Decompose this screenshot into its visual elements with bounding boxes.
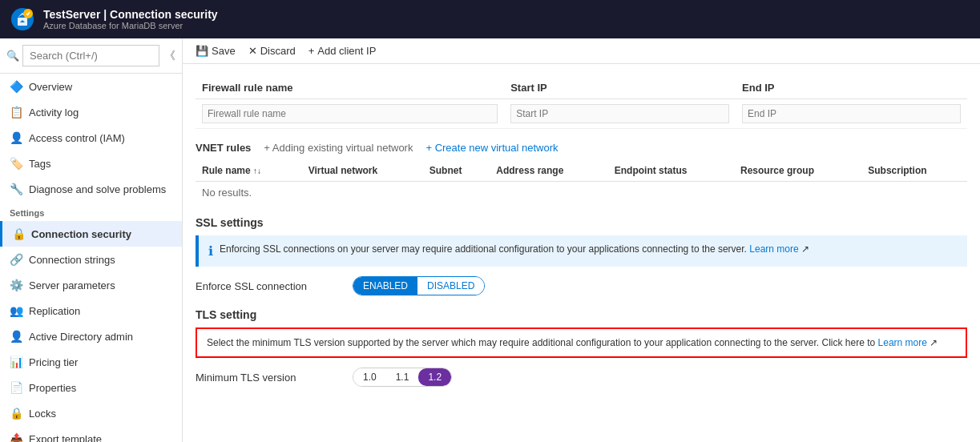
sidebar-item-label: Replication [29, 305, 80, 317]
tls-version-label: Minimum TLS version [196, 372, 340, 384]
no-results-text: No results. [202, 183, 252, 202]
rule-name-input[interactable] [202, 104, 498, 123]
add-existing-vnet-link[interactable]: + Adding existing virtual network [264, 142, 413, 154]
vnet-col-resource-group: Resource group [734, 160, 861, 182]
info-icon: ℹ [208, 243, 213, 259]
tls-info-box: Select the minimum TLS version supported… [196, 327, 967, 358]
ssl-section-title: SSL settings [196, 216, 967, 229]
vnet-col-endpoint-status: Endpoint status [608, 160, 734, 182]
sidebar-item-label: Export template [29, 433, 102, 443]
sidebar-item-label: Properties [29, 382, 76, 394]
sidebar-item-label: Connection strings [29, 254, 115, 266]
col-rule-name: Firewall rule name [196, 77, 504, 99]
sidebar-item-label: Locks [29, 408, 56, 420]
sidebar-item-tags[interactable]: 🏷️ Tags [0, 151, 182, 176]
pricing-tier-icon: 📊 [10, 356, 22, 368]
col-start-ip: Start IP [504, 77, 736, 99]
sidebar-item-replication[interactable]: 👥 Replication [0, 298, 182, 323]
collapse-sidebar-button[interactable]: 《 [164, 49, 175, 63]
overview-icon: 🔷 [10, 80, 22, 93]
top-bar: TestServer | Connection security Azure D… [0, 0, 980, 38]
sidebar-item-label: Overview [29, 81, 72, 93]
tls-info-text: Select the minimum TLS version supported… [207, 337, 875, 348]
add-client-ip-button[interactable]: + Add client IP [309, 45, 377, 57]
sidebar-item-diagnose[interactable]: 🔧 Diagnose and solve problems [0, 176, 182, 202]
sidebar-item-label: Activity log [29, 106, 79, 119]
firewall-rules-table: Firewall rule name Start IP End IP [196, 77, 967, 129]
sidebar: 🔍 《 🔷 Overview 📋 Activity log 👤 Access c… [0, 38, 183, 442]
vnet-col-rule-name: Rule name ↑↓ [196, 160, 302, 182]
sidebar-item-label: Access control (IAM) [29, 132, 125, 144]
top-bar-title-block: TestServer | Connection security Azure D… [43, 8, 218, 30]
server-parameters-icon: ⚙️ [10, 279, 22, 291]
app-icon [10, 6, 35, 32]
sidebar-item-connection-security[interactable]: 🔒 Connection security [0, 221, 182, 247]
ssl-info-text: Enforcing SSL connections on your server… [220, 243, 809, 255]
sidebar-item-label: Active Directory admin [29, 331, 133, 343]
vnet-col-virtual-network: Virtual network [302, 160, 423, 182]
sidebar-item-properties[interactable]: 📄 Properties [0, 375, 182, 400]
sidebar-item-activity-log[interactable]: 📋 Activity log [0, 99, 182, 125]
ssl-learn-more-link[interactable]: Learn more [749, 243, 798, 255]
sidebar-item-overview[interactable]: 🔷 Overview [0, 74, 182, 99]
connection-strings-icon: 🔗 [10, 253, 22, 266]
discard-button[interactable]: ✕ Discard [248, 45, 296, 57]
vnet-no-results-row: No results. [196, 182, 967, 204]
sidebar-item-locks[interactable]: 🔒 Locks [0, 400, 182, 426]
vnet-col-subnet: Subnet [423, 160, 490, 182]
add-icon: + [309, 45, 315, 57]
firewall-rule-row [196, 99, 967, 129]
export-template-icon: 📤 [10, 432, 22, 442]
sidebar-item-access-control[interactable]: 👤 Access control (IAM) [0, 125, 182, 151]
active-directory-icon: 👤 [10, 330, 22, 343]
search-input[interactable] [22, 45, 159, 66]
start-ip-input[interactable] [510, 104, 729, 123]
tls-section-title: TLS setting [196, 308, 967, 321]
tls-version-row: Minimum TLS version 1.0 1.1 1.2 [196, 368, 967, 387]
tls-learn-more-link[interactable]: Learn more [878, 337, 927, 348]
ssl-toggle-group: ENABLED DISABLED [353, 276, 485, 295]
sidebar-item-active-directory[interactable]: 👤 Active Directory admin [0, 323, 182, 349]
ssl-info-banner: ℹ Enforcing SSL connections on your serv… [196, 235, 967, 267]
diagnose-icon: 🔧 [10, 183, 22, 195]
access-control-icon: 👤 [10, 131, 22, 144]
vnet-col-subscription: Subscription [861, 160, 967, 182]
page-title: TestServer | Connection security [43, 8, 218, 21]
page-subtitle: Azure Database for MariaDB server [43, 21, 218, 30]
tls-version-1-0-button[interactable]: 1.0 [353, 368, 386, 386]
enforce-ssl-label: Enforce SSL connection [196, 280, 340, 292]
discard-icon: ✕ [248, 45, 257, 57]
tls-version-1-2-button[interactable]: 1.2 [418, 368, 451, 386]
tls-version-toggle: 1.0 1.1 1.2 [353, 368, 452, 387]
vnet-section: VNET rules + Adding existing virtual net… [196, 142, 967, 203]
sidebar-item-export-template[interactable]: 📤 Export template [0, 426, 182, 442]
activity-log-icon: 📋 [10, 106, 22, 119]
save-button[interactable]: 💾 Save [196, 45, 236, 57]
content-body: Firewall rule name Start IP End IP V [183, 64, 980, 442]
search-icon: 🔍 [6, 50, 19, 62]
sidebar-item-label: Connection security [31, 228, 131, 240]
vnet-title: VNET rules [196, 142, 251, 154]
ssl-enabled-button[interactable]: ENABLED [353, 277, 417, 295]
sort-icon: ↑↓ [253, 167, 261, 175]
vnet-header: VNET rules + Adding existing virtual net… [196, 142, 967, 154]
sidebar-item-server-parameters[interactable]: ⚙️ Server parameters [0, 272, 182, 298]
main-content: 💾 Save ✕ Discard + Add client IP Firewal… [183, 38, 980, 442]
sidebar-item-label: Diagnose and solve problems [29, 183, 166, 195]
create-new-vnet-link[interactable]: + Create new virtual network [425, 142, 558, 154]
connection-security-icon: 🔒 [12, 227, 25, 240]
sidebar-item-label: Tags [29, 158, 50, 170]
properties-icon: 📄 [10, 381, 22, 394]
save-icon: 💾 [196, 45, 208, 57]
vnet-col-address-range: Address range [490, 160, 607, 182]
sidebar-item-pricing-tier[interactable]: 📊 Pricing tier [0, 349, 182, 375]
end-ip-input[interactable] [742, 104, 961, 123]
col-end-ip: End IP [736, 77, 967, 99]
search-bar: 🔍 《 [0, 38, 182, 74]
enforce-ssl-row: Enforce SSL connection ENABLED DISABLED [196, 276, 967, 295]
tls-version-1-1-button[interactable]: 1.1 [386, 368, 419, 386]
ssl-section: SSL settings ℹ Enforcing SSL connections… [196, 216, 967, 295]
sidebar-item-connection-strings[interactable]: 🔗 Connection strings [0, 247, 182, 272]
tls-link-icon: ↗ [930, 337, 938, 348]
ssl-disabled-button[interactable]: DISABLED [417, 277, 484, 295]
